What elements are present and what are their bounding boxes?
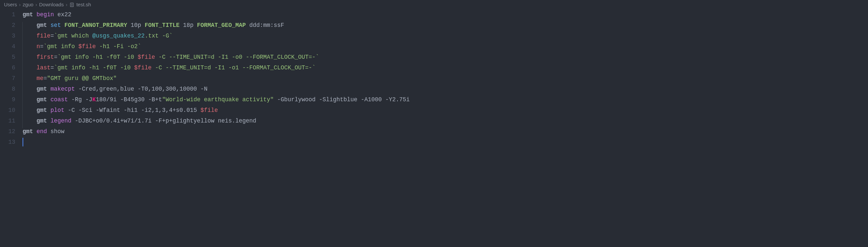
code-line[interactable]: gmt plot -C -Sci -Wfaint -hi1 -i2,1,3,4+… <box>23 105 868 116</box>
breadcrumb-segment[interactable]: Downloads <box>39 1 64 9</box>
code-line[interactable]: n=`gmt info $file -h1 -Fi -o2` <box>23 41 868 52</box>
code-line[interactable]: me="GMT guru @@ GMTbox" <box>23 73 868 84</box>
line-number: 10 <box>0 105 15 116</box>
line-number: 1 <box>0 9 15 20</box>
code-editor[interactable]: 12345678910111213 gmt begin ex22 gmt set… <box>0 9 868 147</box>
line-number: 6 <box>0 62 15 73</box>
line-number: 2 <box>0 20 15 31</box>
breadcrumb-separator: › <box>19 1 21 9</box>
code-line[interactable]: file=`gmt which @usgs_quakes_22.txt -G` <box>23 31 868 41</box>
file-lines-icon <box>69 2 74 7</box>
code-line[interactable]: gmt coast -Rg -JK180/9i -B45g30 -B+t"Wor… <box>23 94 868 105</box>
code-line[interactable] <box>23 137 868 147</box>
code-line[interactable]: gmt set FONT_ANNOT_PRIMARY 10p FONT_TITL… <box>23 20 868 31</box>
code-line[interactable]: gmt legend -DJBC+o0/0.4i+w7i/1.7i -F+p+g… <box>23 116 868 126</box>
breadcrumb-filename[interactable]: test.sh <box>76 1 91 9</box>
text-cursor <box>23 138 23 146</box>
breadcrumb-separator: › <box>35 1 37 9</box>
code-line[interactable]: gmt makecpt -Cred,green,blue -T0,100,300… <box>23 84 868 94</box>
line-number: 4 <box>0 41 15 52</box>
line-number: 11 <box>0 116 15 126</box>
breadcrumb[interactable]: Users › zguo › Downloads › test.sh <box>0 0 868 9</box>
code-line[interactable]: gmt begin ex22 <box>23 9 868 20</box>
code-content[interactable]: gmt begin ex22 gmt set FONT_ANNOT_PRIMAR… <box>23 9 868 147</box>
line-number: 8 <box>0 84 15 94</box>
code-line[interactable]: gmt end show <box>23 126 868 137</box>
line-number: 7 <box>0 73 15 84</box>
line-number: 9 <box>0 94 15 105</box>
code-line[interactable]: first=`gmt info -h1 -f0T -i0 $file -C --… <box>23 52 868 62</box>
breadcrumb-separator: › <box>66 1 67 9</box>
breadcrumb-segment[interactable]: zguo <box>23 1 34 9</box>
line-number: 12 <box>0 126 15 137</box>
code-line[interactable]: last=`gmt info -h1 -f0T -i0 $file -C --T… <box>23 62 868 73</box>
line-number-gutter: 12345678910111213 <box>0 9 23 147</box>
line-number: 13 <box>0 137 15 147</box>
breadcrumb-segment[interactable]: Users <box>4 1 17 9</box>
line-number: 3 <box>0 31 15 41</box>
line-number: 5 <box>0 52 15 62</box>
